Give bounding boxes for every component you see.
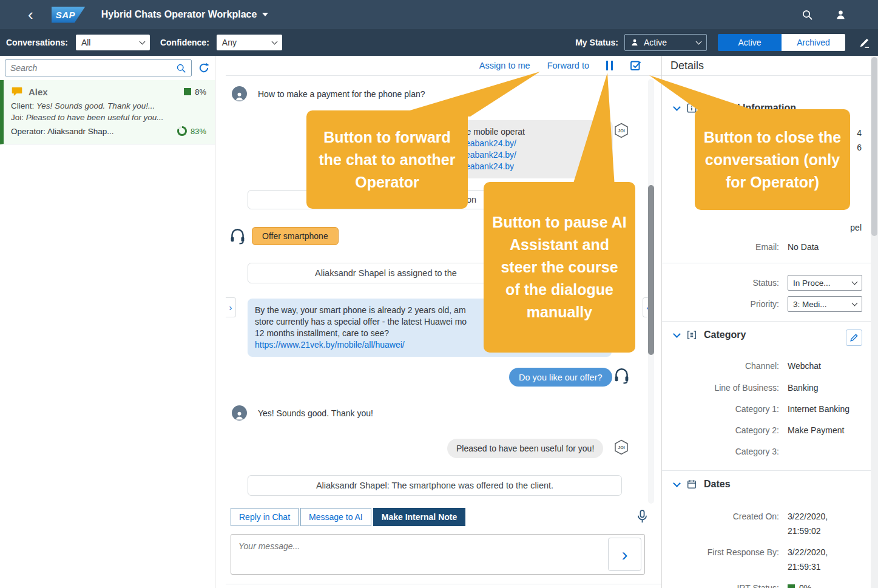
my-status-select[interactable]: Active [624, 34, 707, 51]
message-input-box: › [231, 534, 645, 575]
filter-bar: Conversations: All Confidence: Any My St… [0, 29, 878, 56]
reply-mode-tabs: Reply in Chat Message to AI Make Interna… [231, 508, 465, 526]
callout-forward: Button to forward the chat to another Op… [306, 110, 468, 209]
tab-make-internal-note[interactable]: Make Internal Note [373, 508, 465, 526]
chevron-down-icon[interactable] [673, 330, 681, 338]
pause-ai-icon[interactable] [606, 61, 613, 70]
search-field [5, 59, 192, 76]
confidence-label: Confidence: [160, 38, 209, 47]
search-icon[interactable] [802, 9, 813, 21]
joi-bot-icon: JOI [613, 123, 629, 138]
complete-conversation-icon[interactable] [630, 59, 642, 72]
edit-category-button[interactable] [846, 329, 862, 346]
joi-bot-icon: JOI [613, 439, 629, 455]
first-response-row: First Response By:3/22/2020, [662, 547, 871, 557]
user-icon[interactable] [835, 9, 846, 21]
irt-square-icon [184, 88, 191, 95]
headset-icon [613, 367, 630, 384]
tab-reply-in-chat[interactable]: Reply in Chat [231, 508, 299, 526]
svg-text:JOI: JOI [618, 128, 625, 133]
chevron-down-icon[interactable] [673, 479, 681, 487]
message-text: Yes! Sounds good. Thank you! [258, 408, 373, 418]
irt-status-row: IRT Status: 0% [662, 583, 871, 588]
search-input[interactable] [10, 63, 176, 73]
value-fragment: pel [850, 223, 862, 232]
conversation-item[interactable]: Alex 8% Client: Yes! Sounds good. Thank … [0, 80, 215, 144]
client-avatar-icon [232, 405, 247, 421]
email-row: Email: No Data [662, 242, 871, 252]
chevron-down-icon [271, 38, 277, 44]
value-fragment: 6 [857, 143, 862, 152]
chevron-down-icon [852, 300, 858, 306]
operator-offer-chip: Do you like our offer? [509, 368, 612, 387]
created-on-row-line2: 21:59:02 [662, 526, 871, 536]
message-textarea[interactable] [231, 535, 597, 574]
priority-row: Priority: 3: Medi... [662, 296, 871, 312]
chevron-down-icon [852, 279, 858, 285]
send-button[interactable]: › [608, 538, 641, 571]
back-button[interactable]: ‹ [28, 7, 33, 22]
conversations-value: All [81, 38, 91, 47]
message-text: How to make a payment for the phone plan… [258, 89, 425, 99]
section-dates: Dates [662, 479, 871, 490]
conversation-name: Alex [29, 87, 48, 97]
window-scrollbar-thumb[interactable] [871, 57, 877, 236]
first-response-row-line2: 21:59:31 [662, 562, 871, 572]
confidence-value: 83% [191, 127, 206, 136]
category-icon [686, 329, 697, 340]
archived-button[interactable]: Archived [782, 34, 845, 51]
section-category: Category [662, 329, 871, 340]
page-title: Hybrid Chats Operator Workplace [101, 9, 257, 20]
status-person-icon [630, 38, 639, 47]
priority-select[interactable]: 3: Medi... [788, 296, 862, 312]
microphone-icon[interactable] [636, 509, 649, 525]
divider [226, 584, 661, 584]
section-heading: Dates [704, 479, 731, 490]
expand-left-panel-chevron[interactable]: › [226, 297, 236, 317]
chevron-down-icon [139, 38, 145, 44]
irt-square-icon [788, 584, 795, 588]
channel-row: Channel:Webchat [662, 361, 871, 371]
suggestion-chip[interactable]: Offer smartphone [252, 227, 339, 245]
divider [662, 321, 871, 322]
assign-to-me-link[interactable]: Assign to me [479, 61, 530, 70]
active-button[interactable]: Active [718, 34, 782, 51]
pencil-icon [849, 333, 859, 342]
line-of-business-row: Line of Business:Banking [662, 383, 871, 393]
headset-icon [229, 227, 246, 245]
status-select[interactable]: In Proce... [788, 275, 862, 291]
svg-text:JOI: JOI [618, 445, 625, 450]
system-text: Aliaksandr Shapel: The smartphone was of… [316, 481, 553, 490]
ai-message-bubble: Pleased to have been useful for you! [447, 439, 603, 458]
section-heading: Category [704, 329, 746, 340]
forward-to-link[interactable]: Forward to [547, 61, 589, 70]
my-status-label: My Status: [575, 38, 618, 47]
chevron-down-icon[interactable] [673, 103, 681, 111]
adapt-filters-pen-icon[interactable] [859, 37, 870, 49]
my-status-value: Active [644, 38, 692, 47]
tab-message-to-ai[interactable]: Message to AI [300, 508, 371, 526]
irt-value: 0% [799, 583, 811, 588]
confidence-value: Any [222, 38, 237, 47]
app-root: ‹ SAP Hybrid Chats Operator Workplace Co… [0, 0, 878, 588]
client-message: Yes! Sounds good. Thank you! [232, 405, 373, 421]
status-row: Status: In Proce... [662, 275, 871, 291]
search-icon[interactable] [176, 63, 186, 73]
system-text-fragment: on [467, 195, 476, 204]
chat-scrollbar-thumb[interactable] [648, 185, 654, 355]
dates-calendar-icon [686, 479, 697, 490]
app-title-menu[interactable]: Hybrid Chats Operator Workplace [101, 9, 269, 20]
confidence-ring-icon [177, 126, 187, 136]
client-message: How to make a payment for the phone plan… [232, 86, 425, 101]
callout-pause: Button to pause AI Assistant and steer t… [484, 182, 635, 353]
refresh-icon[interactable] [198, 62, 210, 74]
conversations-select[interactable]: All [76, 35, 150, 50]
sap-logo-text: SAP [56, 10, 75, 20]
divider [662, 263, 871, 263]
category2-row: Category 2:Make Payment [662, 425, 871, 435]
confidence-select[interactable]: Any [217, 35, 282, 50]
active-archived-toggle: Active Archived [718, 34, 845, 51]
system-text: Aliaksandr Shapel is assigned to the [315, 268, 457, 278]
chat-toolbar: Assign to me Forward to [226, 56, 661, 76]
window-scrollbar-track[interactable] [871, 56, 878, 588]
